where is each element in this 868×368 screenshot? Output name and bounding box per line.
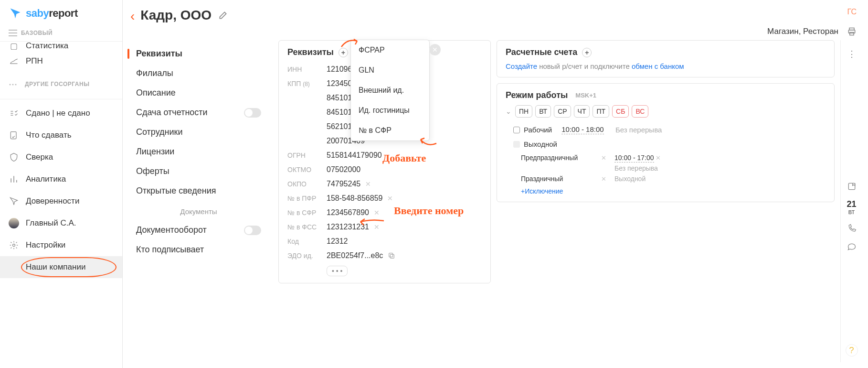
nav-section-other: ⋯ДРУГИЕ ГОСОРГАНЫ bbox=[0, 72, 122, 96]
svg-rect-4 bbox=[850, 32, 854, 35]
add-requisite-dropdown: ✕ ФСРАР GLN Внешний ид. Ид. гостиницы № … bbox=[350, 40, 430, 141]
tab-branches[interactable]: Филиалы bbox=[125, 64, 273, 83]
back-button[interactable]: ‹ bbox=[130, 10, 135, 23]
label-inn: ИНН bbox=[287, 65, 327, 73]
nav-reconciliation[interactable]: Сверка bbox=[0, 146, 122, 168]
preholiday-hours[interactable]: 10:00 - 17:00 bbox=[614, 154, 654, 162]
nav-todo[interactable]: Что сдавать bbox=[0, 124, 122, 146]
checkbox-dayoff[interactable] bbox=[513, 141, 520, 148]
chevron-down-icon[interactable]: ⌄ bbox=[506, 108, 511, 115]
tab-employees[interactable]: Сотрудники bbox=[125, 122, 273, 142]
tab-signers[interactable]: Кто подписывает bbox=[125, 240, 273, 260]
dd-extid[interactable]: Внешний ид. bbox=[351, 80, 429, 100]
value-okpo[interactable]: 74795245 bbox=[327, 180, 360, 188]
preholiday-break[interactable]: Без перерыва bbox=[614, 164, 686, 172]
value-ogrn[interactable]: 5158144179090 bbox=[327, 151, 382, 160]
day-tue[interactable]: ВТ bbox=[535, 105, 551, 118]
tab-opendata[interactable]: Открытые сведения bbox=[125, 181, 273, 201]
logo-bird-icon bbox=[9, 7, 22, 20]
tab-requisites[interactable]: Реквизиты bbox=[125, 44, 273, 64]
remove-sfr[interactable]: ✕ bbox=[374, 209, 380, 216]
rail-note-icon[interactable] bbox=[847, 182, 857, 191]
svg-rect-7 bbox=[848, 183, 855, 189]
dd-hotelid[interactable]: Ид. гостиницы bbox=[351, 100, 429, 120]
copy-edo-icon[interactable] bbox=[388, 252, 395, 260]
working-hours[interactable]: 10:00 - 18:00 bbox=[561, 125, 603, 134]
rail-more-icon[interactable]: ⋮ bbox=[847, 49, 856, 59]
day-mon[interactable]: ПН bbox=[515, 105, 532, 118]
requisites-panel: Реквизиты + ✕ ФСРАР GLN Внешний ид. Ид. … bbox=[278, 40, 491, 283]
remove-pfr[interactable]: ✕ bbox=[387, 195, 393, 202]
remove-holiday[interactable]: ✕ bbox=[601, 175, 611, 183]
value-fss[interactable]: 1231231231 bbox=[327, 223, 369, 231]
nav-our-companies[interactable]: Наши компании bbox=[0, 256, 122, 278]
dd-gln[interactable]: GLN bbox=[351, 60, 429, 80]
add-requisite-button[interactable]: + bbox=[339, 48, 348, 57]
menu-icon[interactable] bbox=[9, 30, 17, 36]
nav-sent[interactable]: Сдано | не сдано bbox=[0, 102, 122, 124]
holiday-value[interactable]: Выходной bbox=[614, 175, 686, 183]
rail-date[interactable]: 21ВТ bbox=[847, 200, 856, 215]
toggle-reporting[interactable] bbox=[244, 108, 261, 118]
checkbox-working[interactable] bbox=[513, 127, 520, 133]
create-account-link[interactable]: Создайте bbox=[506, 62, 537, 70]
timezone-label[interactable]: MSK+1 bbox=[575, 92, 596, 99]
nav-proxy[interactable]: Доверенности bbox=[0, 190, 122, 212]
dd-fsrar[interactable]: ФСРАР bbox=[351, 40, 429, 60]
day-fri[interactable]: ПТ bbox=[593, 105, 609, 118]
company-tags[interactable]: Магазин, Ресторан bbox=[767, 27, 840, 36]
user-initials[interactable]: ГС bbox=[847, 8, 857, 16]
accounts-panel: Расчетные счета+ Создайте новый р/счет и… bbox=[497, 40, 835, 77]
topbar: ‹ Кадр, ООО ГС Магазин, Ресторан bbox=[123, 0, 868, 40]
value-code[interactable]: 12312 bbox=[327, 237, 348, 246]
plan-label: БАЗОВЫЙ bbox=[21, 30, 53, 36]
row-working: Рабочий 10:00 - 18:00 Без перерыва bbox=[506, 122, 826, 137]
value-pfr[interactable]: 158-548-856859 bbox=[327, 194, 382, 203]
remove-fss[interactable]: ✕ bbox=[374, 223, 380, 231]
add-account-button[interactable]: + bbox=[582, 48, 592, 57]
tab-docflow[interactable]: Документооборот bbox=[125, 220, 273, 240]
tab-section-docs: Документы bbox=[125, 201, 273, 220]
nav-analytics[interactable]: Аналитика bbox=[0, 168, 122, 190]
toggle-docflow[interactable] bbox=[244, 226, 261, 235]
right-rail: ⋮ 21ВТ ? bbox=[840, 40, 862, 362]
tab-reporting[interactable]: Сдача отчетности bbox=[125, 103, 273, 122]
dropdown-close-icon[interactable]: ✕ bbox=[429, 44, 441, 55]
rail-help-icon[interactable]: ? bbox=[846, 344, 858, 357]
value-oktmo[interactable]: 07502000 bbox=[327, 165, 360, 174]
bank-exchange-link[interactable]: обмен с банком bbox=[632, 62, 684, 70]
label-okpo: ОКПО bbox=[287, 180, 327, 188]
tab-offers[interactable]: Оферты bbox=[125, 162, 273, 181]
day-thu[interactable]: ЧТ bbox=[574, 105, 590, 118]
value-edo[interactable]: 2BE0254f7...e8c bbox=[327, 251, 383, 260]
tab-description[interactable]: Описание bbox=[125, 83, 273, 103]
print-icon[interactable] bbox=[847, 27, 857, 36]
tab-licenses[interactable]: Лицензии bbox=[125, 142, 273, 162]
label-holiday: Праздничный bbox=[521, 175, 597, 183]
nav: ▢Статистика РПН ⋯ДРУГИЕ ГОСОРГАНЫ Сдано … bbox=[0, 42, 122, 368]
rail-phone-icon[interactable] bbox=[847, 224, 857, 233]
remove-preholiday[interactable]: ✕ bbox=[601, 154, 611, 162]
rail-chat-icon[interactable] bbox=[847, 242, 857, 251]
label-fss: № в ФСС bbox=[287, 223, 327, 231]
logo[interactable]: sabyreport bbox=[0, 0, 122, 27]
more-button[interactable]: • • • bbox=[327, 266, 348, 276]
remove-okpo[interactable]: ✕ bbox=[365, 180, 371, 188]
requisites-title: Реквизиты bbox=[287, 47, 334, 57]
day-sat[interactable]: СБ bbox=[612, 105, 629, 118]
edit-icon[interactable] bbox=[218, 11, 228, 20]
working-break[interactable]: Без перерыва bbox=[615, 126, 662, 134]
row-dayoff: Выходной bbox=[506, 137, 826, 151]
nav-statistics[interactable]: ▢Статистика bbox=[0, 42, 122, 50]
day-wed[interactable]: СР bbox=[554, 105, 571, 118]
day-sun[interactable]: ВС bbox=[632, 105, 648, 118]
value-sfr[interactable]: 1234567890 bbox=[327, 208, 369, 217]
label-edo: ЭДО ид. bbox=[287, 252, 327, 260]
svg-rect-6 bbox=[389, 253, 393, 257]
nav-rpn[interactable]: РПН bbox=[0, 50, 122, 72]
remove-preholiday-time[interactable]: ✕ bbox=[656, 154, 661, 162]
dd-sfr[interactable]: № в СФР bbox=[351, 120, 429, 141]
nav-settings[interactable]: Настройки bbox=[0, 234, 122, 256]
add-exception-link[interactable]: +Исключение bbox=[506, 187, 826, 195]
nav-user[interactable]: Главный С.А. bbox=[0, 212, 122, 234]
